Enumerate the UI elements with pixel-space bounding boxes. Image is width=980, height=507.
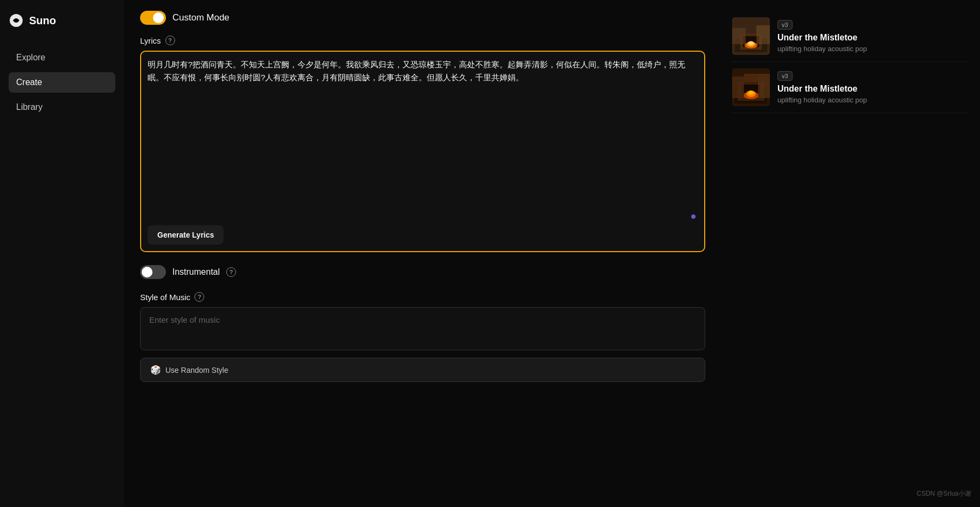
suno-logo-icon — [9, 13, 24, 28]
version-badge-1: v3 — [777, 20, 793, 30]
cursor-indicator — [691, 214, 696, 219]
style-label-row: Style of Music ? — [140, 292, 705, 302]
song-thumbnail-2 — [732, 68, 770, 106]
song-info-1: v3 Under the Mistletoe uplifting holiday… — [777, 19, 969, 53]
watermark: CSDN @Srlua小谢 — [916, 489, 971, 498]
lyrics-textarea[interactable]: 明月几时有?把酒问青天。不知天上宫阙，今夕是何年。我欲乘风归去，又恐琼楼玉宇，高… — [148, 58, 698, 209]
svg-rect-18 — [758, 74, 770, 98]
song-title-2: Under the Mistletoe — [777, 84, 969, 94]
instrumental-label: Instrumental — [172, 267, 220, 277]
logo: Suno — [9, 11, 115, 30]
lyrics-label-row: Lyrics ? — [140, 36, 705, 45]
song-info-2: v3 Under the Mistletoe uplifting holiday… — [777, 71, 969, 104]
version-badge-2: v3 — [777, 71, 793, 81]
custom-mode-row: Custom Mode — [140, 11, 705, 25]
song-title-1: Under the Mistletoe — [777, 33, 969, 43]
sidebar-item-create[interactable]: Create — [9, 72, 115, 93]
song-thumbnail-image-2 — [732, 68, 770, 106]
svg-point-7 — [748, 41, 754, 45]
main-panel: Custom Mode Lyrics ? 明月几时有?把酒问青天。不知天上宫阙，… — [124, 0, 721, 507]
svg-rect-19 — [744, 74, 758, 82]
lyrics-container: 明月几时有?把酒问青天。不知天上宫阙，今夕是何年。我欲乘风归去，又恐琼楼玉宇，高… — [140, 51, 705, 252]
use-random-style-button[interactable]: 🎲 Use Random Style — [140, 358, 705, 382]
instrumental-help-icon[interactable]: ? — [226, 267, 236, 277]
custom-mode-label: Custom Mode — [172, 12, 230, 23]
lyrics-help-icon[interactable]: ? — [165, 36, 175, 45]
lyrics-label: Lyrics — [140, 36, 161, 45]
song-card-2: v3 Under the Mistletoe uplifting holiday… — [732, 62, 969, 113]
app-name: Suno — [29, 15, 56, 27]
custom-mode-toggle[interactable] — [140, 11, 166, 25]
song-thumbnail-1 — [732, 17, 770, 55]
style-input[interactable] — [140, 307, 705, 350]
generate-lyrics-button[interactable]: Generate Lyrics — [148, 225, 224, 245]
instrumental-row: Instrumental ? — [140, 265, 705, 279]
style-label: Style of Music — [140, 293, 190, 302]
sidebar-item-explore[interactable]: Explore — [9, 47, 115, 68]
sidebar: Suno Explore Create Library — [0, 0, 124, 507]
instrumental-toggle[interactable] — [140, 265, 166, 279]
style-of-music-section: Style of Music ? 🎲 Use Random Style — [140, 292, 705, 382]
right-panel: v3 Under the Mistletoe uplifting holiday… — [721, 0, 980, 507]
svg-point-16 — [748, 91, 754, 95]
random-style-label: Use Random Style — [165, 366, 228, 374]
style-help-icon[interactable]: ? — [194, 292, 204, 302]
song-style-2: uplifting holiday acoustic pop — [777, 96, 969, 104]
svg-rect-8 — [732, 28, 746, 44]
random-style-icon: 🎲 — [150, 365, 161, 375]
svg-rect-17 — [732, 77, 744, 98]
song-card-1: v3 Under the Mistletoe uplifting holiday… — [732, 11, 969, 62]
svg-rect-9 — [756, 25, 770, 44]
song-style-1: uplifting holiday acoustic pop — [777, 45, 969, 53]
sidebar-item-library[interactable]: Library — [9, 97, 115, 117]
song-thumbnail-image-1 — [732, 17, 770, 55]
